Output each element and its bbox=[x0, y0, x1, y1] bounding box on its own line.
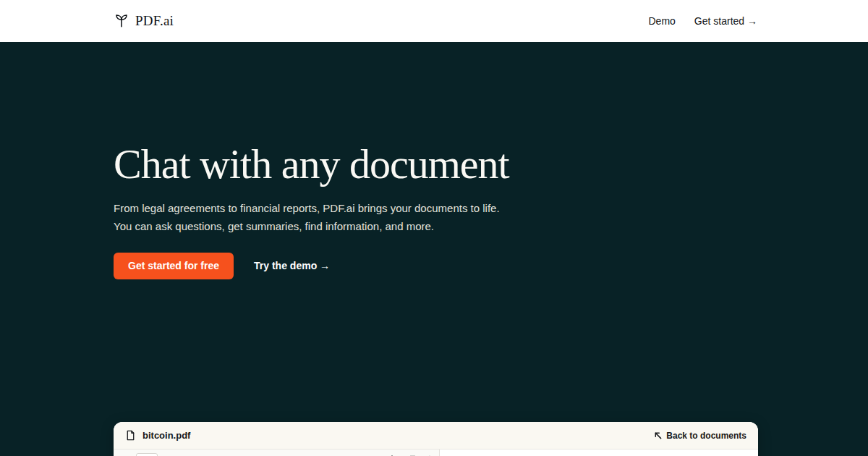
brand-name: PDF.ai bbox=[135, 13, 174, 29]
open-file-chip: bitcoin.pdf bbox=[125, 430, 190, 441]
app-preview-card: bitcoin.pdf Back to documents bbox=[114, 422, 758, 456]
pdf-toolbar: / 9 106% bbox=[114, 449, 439, 456]
page-title: Chat with any document bbox=[114, 141, 868, 187]
open-file-name: bitcoin.pdf bbox=[142, 430, 190, 441]
hero-subtitle: From legal agreements to financial repor… bbox=[114, 199, 868, 235]
back-to-documents-label: Back to documents bbox=[666, 431, 746, 441]
back-to-documents-link[interactable]: Back to documents bbox=[654, 431, 746, 441]
get-started-free-button[interactable]: Get started for free bbox=[114, 253, 234, 279]
brand-logo[interactable]: PDF.ai bbox=[114, 13, 174, 29]
top-navigation-bar: PDF.ai Demo Get started → bbox=[0, 0, 868, 42]
sprout-icon bbox=[114, 13, 129, 29]
nav-link-demo[interactable]: Demo bbox=[648, 15, 675, 27]
chat-message-user: Explain proof-of-work in simple terms. bbox=[440, 449, 758, 456]
arrow-up-left-icon bbox=[654, 431, 662, 439]
hero-subtitle-line2: You can ask questions, get summaries, fi… bbox=[114, 220, 434, 232]
chat-pane: Explain proof-of-work in simple terms. P… bbox=[440, 449, 758, 456]
hero-section: Chat with any document From legal agreem… bbox=[0, 42, 868, 456]
nav-link-get-started[interactable]: Get started → bbox=[694, 15, 757, 27]
document-icon bbox=[125, 430, 136, 441]
page-number-input[interactable] bbox=[136, 453, 158, 456]
hero-subtitle-line1: From legal agreements to financial repor… bbox=[114, 202, 500, 214]
nav-links: Demo Get started → bbox=[648, 15, 757, 27]
try-demo-button[interactable]: Try the demo → bbox=[254, 260, 330, 271]
document-header-bar: bitcoin.pdf Back to documents bbox=[114, 422, 758, 449]
hero-cta-row: Get started for free Try the demo → bbox=[114, 253, 868, 279]
pdf-viewer-pane: / 9 106% bbox=[114, 449, 440, 456]
